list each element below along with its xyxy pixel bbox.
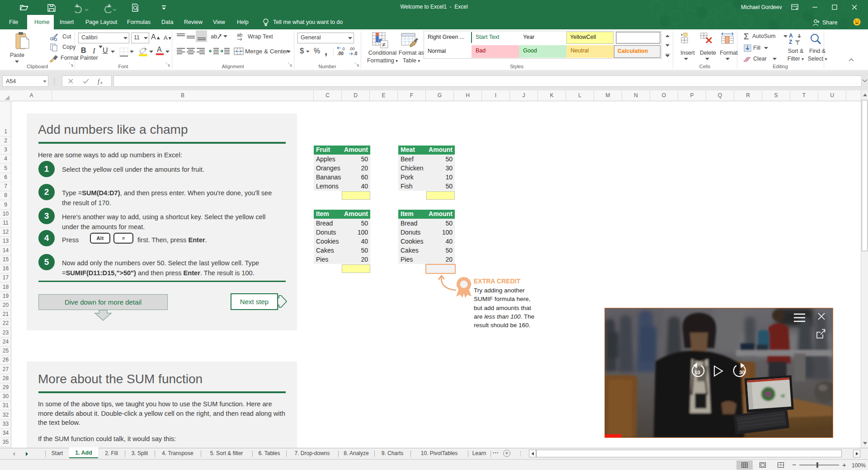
svg-text:10: 10 [694,370,700,375]
svg-text:.0: .0 [354,51,358,56]
svg-text:Z: Z [789,39,792,45]
svg-text:≠: ≠ [382,41,385,48]
svg-text:ab: ab [237,32,242,38]
svg-text:.00: .00 [349,47,355,51]
svg-text:.0: .0 [341,47,345,51]
svg-text:30: 30 [739,370,745,375]
svg-text:x: x [100,80,103,85]
svg-text:ab: ab [211,33,217,40]
svg-text:.00: .00 [337,51,344,56]
svg-text:A: A [789,33,793,39]
